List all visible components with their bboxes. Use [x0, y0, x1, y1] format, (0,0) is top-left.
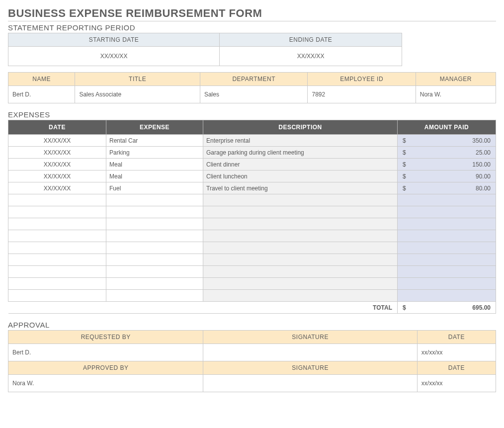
- expense-name[interactable]: [106, 242, 203, 254]
- expense-amount[interactable]: [398, 194, 496, 206]
- expense-name[interactable]: [106, 266, 203, 278]
- expense-date[interactable]: [8, 206, 106, 218]
- expense-date[interactable]: XX/XX/XX: [8, 171, 106, 182]
- expense-name[interactable]: [106, 254, 203, 266]
- approval-approved-by[interactable]: Nora W.: [8, 375, 203, 392]
- expense-amount[interactable]: [398, 290, 496, 302]
- expense-date[interactable]: [8, 254, 106, 266]
- info-title[interactable]: Sales Associate: [75, 86, 200, 103]
- expense-description[interactable]: [203, 266, 398, 278]
- expense-description[interactable]: [203, 242, 398, 254]
- expenses-header-expense: EXPENSE: [106, 120, 203, 135]
- expense-row: [8, 278, 496, 290]
- expense-date[interactable]: [8, 242, 106, 254]
- expense-row: [8, 254, 496, 266]
- expense-name[interactable]: [106, 278, 203, 290]
- expense-amount[interactable]: $350.00: [398, 135, 496, 147]
- expense-description[interactable]: Client dinner: [203, 159, 398, 171]
- approval-table: REQUESTED BY SIGNATURE DATE Bert D. xx/x…: [8, 330, 496, 392]
- info-name[interactable]: Bert D.: [8, 86, 75, 103]
- approval-approved-date[interactable]: xx/xx/xx: [417, 375, 496, 392]
- info-department[interactable]: Sales: [200, 86, 308, 103]
- expense-row: [8, 218, 496, 230]
- expense-date[interactable]: [8, 278, 106, 290]
- expense-description[interactable]: [203, 218, 398, 230]
- expense-name[interactable]: [106, 290, 203, 302]
- approval-requested-row: Bert D. xx/xx/xx: [8, 344, 496, 361]
- period-row: XX/XX/XX XX/XX/XX: [8, 47, 402, 66]
- expense-row: XX/XX/XXParkingGarage parking during cli…: [8, 147, 496, 159]
- approval-requested-signature[interactable]: [203, 344, 417, 361]
- period-start-header: STARTING DATE: [8, 33, 220, 47]
- expense-amount[interactable]: $80.00: [398, 182, 496, 194]
- expense-name[interactable]: [106, 230, 203, 242]
- expense-description[interactable]: [203, 230, 398, 242]
- approval-requested-date[interactable]: xx/xx/xx: [417, 344, 496, 361]
- expense-date[interactable]: [8, 266, 106, 278]
- info-header-manager: MANAGER: [416, 73, 496, 86]
- expense-date[interactable]: [8, 290, 106, 302]
- expense-date[interactable]: XX/XX/XX: [8, 147, 106, 159]
- approval-header-date-2: DATE: [417, 361, 496, 375]
- expenses-header-date: DATE: [8, 120, 106, 135]
- expense-description[interactable]: Travel to client meeting: [203, 182, 398, 194]
- approval-header-approved-by: APPROVED BY: [8, 361, 203, 375]
- approval-requested-by[interactable]: Bert D.: [8, 344, 203, 361]
- expenses-heading: EXPENSES: [8, 110, 496, 119]
- expense-amount[interactable]: [398, 242, 496, 254]
- approval-approved-signature[interactable]: [203, 375, 417, 392]
- expense-name[interactable]: [106, 218, 203, 230]
- expense-description[interactable]: [203, 290, 398, 302]
- expense-amount[interactable]: [398, 206, 496, 218]
- period-end-value[interactable]: XX/XX/XX: [220, 47, 402, 66]
- period-table: STARTING DATE ENDING DATE XX/XX/XX XX/XX…: [8, 33, 402, 66]
- expense-name[interactable]: Meal: [106, 159, 203, 171]
- expense-amount[interactable]: [398, 266, 496, 278]
- approval-header-date-1: DATE: [417, 331, 496, 344]
- expense-description[interactable]: [203, 206, 398, 218]
- expense-name[interactable]: Rental Car: [106, 135, 203, 147]
- expense-name[interactable]: [106, 206, 203, 218]
- expense-amount[interactable]: [398, 254, 496, 266]
- expense-amount[interactable]: [398, 218, 496, 230]
- period-start-value[interactable]: XX/XX/XX: [8, 47, 220, 66]
- info-header-title: TITLE: [75, 73, 200, 86]
- info-manager[interactable]: Nora W.: [416, 86, 496, 103]
- page-title: BUSINESS EXPENSE REIMBURSEMENT FORM: [8, 7, 496, 21]
- expense-name[interactable]: Parking: [106, 147, 203, 159]
- expense-row: XX/XX/XXRental CarEnterprise rental$350.…: [8, 135, 496, 147]
- expense-row: [8, 266, 496, 278]
- expense-row: XX/XX/XXMealClient luncheon$90.00: [8, 171, 496, 182]
- expense-amount[interactable]: $90.00: [398, 171, 496, 182]
- expense-date[interactable]: [8, 230, 106, 242]
- expense-date[interactable]: [8, 194, 106, 206]
- expense-amount[interactable]: [398, 230, 496, 242]
- expenses-total-row: TOTAL $ 695.00: [8, 302, 496, 314]
- expense-name[interactable]: [106, 194, 203, 206]
- expense-description[interactable]: Garage parking during client meeting: [203, 147, 398, 159]
- expense-description[interactable]: [203, 254, 398, 266]
- approval-header-signature-2: SIGNATURE: [203, 361, 417, 375]
- expense-description[interactable]: Enterprise rental: [203, 135, 398, 147]
- approval-header-signature-1: SIGNATURE: [203, 331, 417, 344]
- info-row: Bert D. Sales Associate Sales 7892 Nora …: [8, 86, 496, 103]
- total-currency: $: [403, 304, 406, 311]
- expense-date[interactable]: XX/XX/XX: [8, 182, 106, 194]
- expense-name[interactable]: Fuel: [106, 182, 203, 194]
- expense-amount[interactable]: $25.00: [398, 147, 496, 159]
- expense-name[interactable]: Meal: [106, 171, 203, 182]
- expense-description[interactable]: [203, 278, 398, 290]
- expense-date[interactable]: XX/XX/XX: [8, 159, 106, 171]
- info-employee-id[interactable]: 7892: [308, 86, 416, 103]
- expense-amount[interactable]: $150.00: [398, 159, 496, 171]
- expenses-header-description: DESCRIPTION: [203, 120, 398, 135]
- expense-description[interactable]: [203, 194, 398, 206]
- expense-amount[interactable]: [398, 278, 496, 290]
- info-header-name: NAME: [8, 73, 75, 86]
- period-heading: STATEMENT REPORTING PERIOD: [8, 23, 496, 32]
- employee-info-table: NAME TITLE DEPARTMENT EMPLOYEE ID MANAGE…: [8, 72, 496, 103]
- expense-description[interactable]: Client luncheon: [203, 171, 398, 182]
- expense-date[interactable]: XX/XX/XX: [8, 135, 106, 147]
- expenses-total-label: TOTAL: [8, 302, 398, 314]
- expense-date[interactable]: [8, 218, 106, 230]
